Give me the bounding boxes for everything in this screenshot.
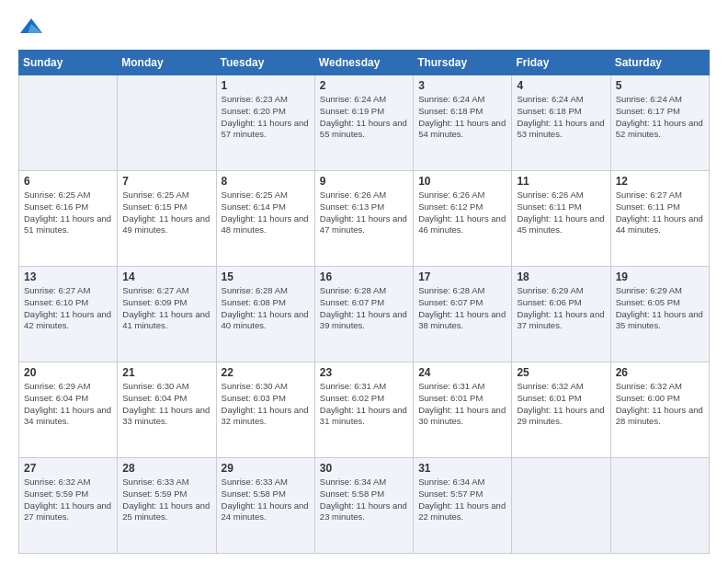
calendar-cell: 4Sunrise: 6:24 AM Sunset: 6:18 PM Daylig… (512, 75, 610, 171)
day-info: Sunrise: 6:27 AM Sunset: 6:11 PM Dayligh… (616, 190, 704, 236)
day-number: 31 (418, 462, 506, 475)
day-info: Sunrise: 6:25 AM Sunset: 6:16 PM Dayligh… (24, 190, 112, 236)
day-number: 28 (122, 462, 210, 475)
calendar-cell: 2Sunrise: 6:24 AM Sunset: 6:19 PM Daylig… (314, 75, 413, 171)
calendar-header-tuesday: Tuesday (216, 51, 314, 75)
day-info: Sunrise: 6:30 AM Sunset: 6:04 PM Dayligh… (122, 381, 210, 428)
day-number: 9 (320, 175, 408, 188)
day-number: 30 (320, 462, 408, 475)
calendar-header-monday: Monday (118, 51, 216, 75)
calendar-cell: 29Sunrise: 6:33 AM Sunset: 5:58 PM Dayli… (216, 458, 314, 554)
calendar-cell: 3Sunrise: 6:24 AM Sunset: 6:18 PM Daylig… (414, 75, 512, 171)
calendar-cell: 30Sunrise: 6:34 AM Sunset: 5:58 PM Dayli… (314, 458, 413, 554)
calendar-cell: 12Sunrise: 6:27 AM Sunset: 6:11 PM Dayli… (610, 171, 709, 267)
calendar-cell: 16Sunrise: 6:28 AM Sunset: 6:07 PM Dayli… (314, 267, 413, 362)
calendar-cell: 25Sunrise: 6:32 AM Sunset: 6:01 PM Dayli… (512, 362, 610, 458)
calendar-cell (610, 458, 709, 554)
calendar-cell (118, 75, 216, 171)
day-number: 6 (24, 175, 112, 188)
calendar-cell: 23Sunrise: 6:31 AM Sunset: 6:02 PM Dayli… (314, 362, 413, 458)
calendar-week-4: 27Sunrise: 6:32 AM Sunset: 5:59 PM Dayli… (19, 458, 710, 554)
page: SundayMondayTuesdayWednesdayThursdayFrid… (0, 0, 728, 563)
day-info: Sunrise: 6:28 AM Sunset: 6:08 PM Dayligh… (222, 285, 310, 332)
day-info: Sunrise: 6:31 AM Sunset: 6:01 PM Dayligh… (418, 381, 506, 428)
day-info: Sunrise: 6:23 AM Sunset: 6:20 PM Dayligh… (222, 94, 310, 141)
day-number: 5 (616, 79, 704, 92)
calendar-week-0: 1Sunrise: 6:23 AM Sunset: 6:20 PM Daylig… (19, 75, 710, 171)
day-number: 3 (418, 79, 506, 92)
calendar-cell: 26Sunrise: 6:32 AM Sunset: 6:00 PM Dayli… (610, 362, 709, 458)
day-number: 22 (222, 366, 310, 379)
day-number: 29 (222, 462, 310, 475)
day-info: Sunrise: 6:32 AM Sunset: 5:59 PM Dayligh… (24, 477, 112, 523)
day-number: 16 (320, 270, 408, 283)
day-number: 15 (222, 270, 310, 283)
calendar-cell: 14Sunrise: 6:27 AM Sunset: 6:09 PM Dayli… (118, 267, 216, 362)
day-info: Sunrise: 6:29 AM Sunset: 6:04 PM Dayligh… (24, 381, 112, 428)
calendar-cell: 24Sunrise: 6:31 AM Sunset: 6:01 PM Dayli… (414, 362, 512, 458)
day-number: 14 (122, 270, 210, 283)
calendar-cell: 15Sunrise: 6:28 AM Sunset: 6:08 PM Dayli… (216, 267, 314, 362)
day-number: 20 (24, 366, 112, 379)
calendar-cell: 31Sunrise: 6:34 AM Sunset: 5:57 PM Dayli… (414, 458, 512, 554)
day-number: 23 (320, 366, 408, 379)
day-info: Sunrise: 6:34 AM Sunset: 5:58 PM Dayligh… (320, 477, 408, 523)
calendar-week-1: 6Sunrise: 6:25 AM Sunset: 6:16 PM Daylig… (19, 171, 710, 267)
calendar-cell: 20Sunrise: 6:29 AM Sunset: 6:04 PM Dayli… (19, 362, 118, 458)
calendar-cell: 19Sunrise: 6:29 AM Sunset: 6:05 PM Dayli… (610, 267, 709, 362)
logo-icon (18, 13, 44, 39)
logo (18, 15, 48, 40)
calendar-cell: 13Sunrise: 6:27 AM Sunset: 6:10 PM Dayli… (19, 267, 118, 362)
day-number: 1 (222, 79, 310, 92)
day-number: 8 (222, 175, 310, 188)
day-info: Sunrise: 6:27 AM Sunset: 6:09 PM Dayligh… (122, 285, 210, 332)
day-number: 7 (122, 175, 210, 188)
calendar-cell: 17Sunrise: 6:28 AM Sunset: 6:07 PM Dayli… (414, 267, 512, 362)
day-info: Sunrise: 6:32 AM Sunset: 6:00 PM Dayligh… (616, 381, 704, 428)
day-info: Sunrise: 6:27 AM Sunset: 6:10 PM Dayligh… (24, 285, 112, 332)
day-number: 4 (517, 79, 605, 92)
day-number: 11 (517, 175, 605, 188)
day-number: 18 (517, 270, 605, 283)
day-info: Sunrise: 6:25 AM Sunset: 6:14 PM Dayligh… (222, 190, 310, 236)
calendar-week-2: 13Sunrise: 6:27 AM Sunset: 6:10 PM Dayli… (19, 267, 710, 362)
day-number: 12 (616, 175, 704, 188)
calendar-cell: 8Sunrise: 6:25 AM Sunset: 6:14 PM Daylig… (216, 171, 314, 267)
day-info: Sunrise: 6:24 AM Sunset: 6:18 PM Dayligh… (517, 94, 605, 141)
calendar-cell: 5Sunrise: 6:24 AM Sunset: 6:17 PM Daylig… (610, 75, 709, 171)
day-number: 10 (418, 175, 506, 188)
day-info: Sunrise: 6:24 AM Sunset: 6:17 PM Dayligh… (616, 94, 704, 141)
day-number: 27 (24, 462, 112, 475)
day-info: Sunrise: 6:28 AM Sunset: 6:07 PM Dayligh… (320, 285, 408, 332)
day-number: 19 (616, 270, 704, 283)
calendar-cell: 6Sunrise: 6:25 AM Sunset: 6:16 PM Daylig… (19, 171, 118, 267)
calendar-header-saturday: Saturday (610, 51, 709, 75)
calendar-cell: 18Sunrise: 6:29 AM Sunset: 6:06 PM Dayli… (512, 267, 610, 362)
calendar-header-thursday: Thursday (414, 51, 512, 75)
day-info: Sunrise: 6:29 AM Sunset: 6:06 PM Dayligh… (517, 285, 605, 332)
header (18, 15, 710, 40)
calendar-header-friday: Friday (512, 51, 610, 75)
day-number: 25 (517, 366, 605, 379)
day-info: Sunrise: 6:26 AM Sunset: 6:13 PM Dayligh… (320, 190, 408, 236)
day-info: Sunrise: 6:33 AM Sunset: 5:59 PM Dayligh… (122, 477, 210, 523)
calendar-cell: 1Sunrise: 6:23 AM Sunset: 6:20 PM Daylig… (216, 75, 314, 171)
day-number: 26 (616, 366, 704, 379)
day-number: 17 (418, 270, 506, 283)
day-info: Sunrise: 6:24 AM Sunset: 6:19 PM Dayligh… (320, 94, 408, 141)
day-info: Sunrise: 6:31 AM Sunset: 6:02 PM Dayligh… (320, 381, 408, 428)
day-info: Sunrise: 6:26 AM Sunset: 6:11 PM Dayligh… (517, 190, 605, 236)
day-number: 2 (320, 79, 408, 92)
day-info: Sunrise: 6:30 AM Sunset: 6:03 PM Dayligh… (222, 381, 310, 428)
day-info: Sunrise: 6:33 AM Sunset: 5:58 PM Dayligh… (222, 477, 310, 523)
day-info: Sunrise: 6:29 AM Sunset: 6:05 PM Dayligh… (616, 285, 704, 332)
day-info: Sunrise: 6:34 AM Sunset: 5:57 PM Dayligh… (418, 477, 506, 523)
calendar-cell (19, 75, 118, 171)
day-number: 21 (122, 366, 210, 379)
calendar-cell: 28Sunrise: 6:33 AM Sunset: 5:59 PM Dayli… (118, 458, 216, 554)
calendar-cell: 9Sunrise: 6:26 AM Sunset: 6:13 PM Daylig… (314, 171, 413, 267)
calendar-cell: 10Sunrise: 6:26 AM Sunset: 6:12 PM Dayli… (414, 171, 512, 267)
calendar-cell: 27Sunrise: 6:32 AM Sunset: 5:59 PM Dayli… (19, 458, 118, 554)
calendar-cell: 21Sunrise: 6:30 AM Sunset: 6:04 PM Dayli… (118, 362, 216, 458)
calendar-cell: 11Sunrise: 6:26 AM Sunset: 6:11 PM Dayli… (512, 171, 610, 267)
